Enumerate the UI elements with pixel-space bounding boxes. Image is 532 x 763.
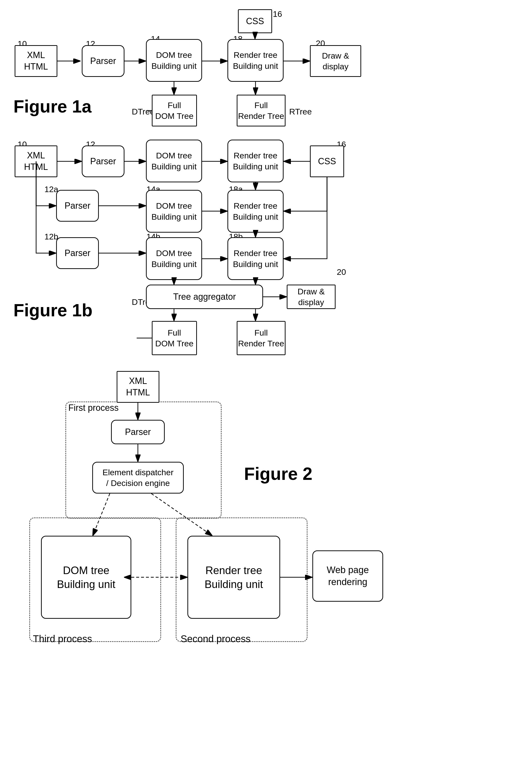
xml-html-box-1a: XMLHTML — [15, 45, 57, 77]
second-process-label: Second process — [180, 633, 251, 644]
render-build-box-2: Render treeBuilding unit — [187, 536, 280, 619]
render-build-box-1b-top: Render treeBuilding unit — [227, 140, 283, 182]
ref-16-1a: 16 — [273, 9, 282, 19]
css-box-1b: CSS — [310, 146, 344, 177]
parser-box-1a: Parser — [82, 45, 125, 77]
element-dispatcher-box: Element dispatcher/ Decision engine — [92, 462, 184, 493]
figure-1a-label: Figure 1a — [13, 96, 91, 116]
draw-box-1b: Draw &display — [287, 284, 336, 309]
tree-aggregator-box: Tree aggregator — [146, 284, 263, 309]
parser-box-2: Parser — [111, 420, 165, 444]
dom-build-box-1b-mid: DOM treeBuilding unit — [146, 190, 202, 233]
ref-12b-1b: 12b — [45, 232, 58, 241]
css-box-1a: CSS — [238, 9, 272, 33]
dtree-1a: DTree — [132, 107, 155, 116]
diagram-container: 10 12 14 18 20 16 DTree RTree XMLHTML Pa… — [0, 0, 532, 763]
full-render-box-1a: FullRender Tree — [237, 95, 285, 126]
dom-build-box-2: DOM treeBuilding unit — [41, 536, 131, 619]
render-build-box-1b-bot: Render treeBuilding unit — [227, 237, 283, 280]
third-process-label: Third process — [33, 633, 92, 644]
figure-2-label: Figure 2 — [244, 464, 312, 484]
ref-12a-1b: 12a — [45, 184, 58, 194]
xml-html-box-1b: XMLHTML — [15, 146, 57, 177]
parser-box-1b-bot: Parser — [56, 237, 99, 269]
dom-build-box-1b-bot: DOM treeBuilding unit — [146, 237, 202, 280]
draw-box-1a: Draw &display — [310, 45, 361, 77]
parser-box-1b-mid: Parser — [56, 190, 99, 222]
render-build-box-1a: Render treeBuilding unit — [227, 39, 283, 82]
dom-build-box-1a: DOM treeBuilding unit — [146, 39, 202, 82]
render-build-box-1b-mid: Render treeBuilding unit — [227, 190, 283, 233]
full-render-box-1b: FullRender Tree — [237, 321, 285, 355]
full-dom-box-1a: FullDOM Tree — [152, 95, 197, 126]
ref-20-1b: 20 — [337, 267, 346, 277]
web-page-rendering-box: Web pagerendering — [312, 550, 383, 602]
figure-1b-label: Figure 1b — [13, 300, 92, 320]
first-process-box — [65, 401, 222, 519]
first-process-label: First process — [68, 403, 119, 413]
full-dom-box-1b: FullDOM Tree — [152, 321, 197, 355]
rtree-1a: RTree — [289, 107, 312, 116]
parser-box-1b-top: Parser — [82, 146, 125, 177]
xml-html-box-2: XMLHTML — [117, 371, 160, 403]
dom-build-box-1b-top: DOM treeBuilding unit — [146, 140, 202, 182]
